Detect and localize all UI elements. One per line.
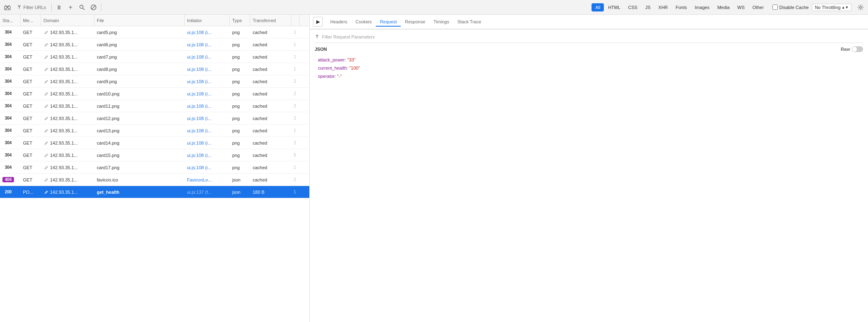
cell-method: GET [21,88,41,100]
sep2 [101,3,101,11]
search-button[interactable] [77,2,87,12]
cell-transferred: cached [250,63,291,75]
cell-extra: 1 [291,39,299,50]
cell-type: png [230,149,250,161]
play-button[interactable]: ▶ [313,17,323,27]
filter-url-input[interactable]: Filter URLs [14,4,49,11]
table-row[interactable]: 304 GET 142.93.35.1... card9.png ui.js:1… [0,75,309,88]
filter-js[interactable]: JS [642,3,654,11]
cell-domain: 142.93.35.1... [41,100,94,112]
table-row[interactable]: 304 GET 142.93.35.1... card5.png ui.js:1… [0,26,309,39]
cell-transferred: cached [250,75,291,87]
table-row[interactable]: 200 PO... 142.93.35.1... get_health ui.j… [0,186,309,198]
filter-ws[interactable]: WS [734,3,749,11]
cell-method: GET [21,161,41,173]
table-row[interactable]: 304 GET 142.93.35.1... card17.png ui.js:… [0,161,309,174]
tab-request[interactable]: Request [376,18,401,27]
cell-initiator: ui.js:108 (i... [185,63,230,75]
table-row[interactable]: 404 GET 142.93.35.1... favicon.ico Favic… [0,174,309,186]
filter-params-label: Filter Request Parameters [322,34,375,39]
cell-initiator: ui.js:137 (f... [185,186,230,198]
cell-method: GET [21,137,41,149]
table-row[interactable]: 304 GET 142.93.35.1... card8.png ui.js:1… [0,63,309,75]
svg-point-1 [80,5,83,8]
col-header-file[interactable]: File [94,15,185,26]
table-row[interactable]: 304 GET 142.93.35.1... card7.png ui.js:1… [0,51,309,63]
table-row[interactable]: 304 GET 142.93.35.1... card13.png ui.js:… [0,125,309,137]
filter-media[interactable]: Media [714,3,733,11]
tab-headers[interactable]: Headers [326,18,352,27]
cell-file: card7.png [94,51,185,63]
cell-domain: 142.93.35.1... [41,75,94,87]
pencil-icon [43,79,49,84]
raw-toggle[interactable]: Raw [841,46,863,52]
svg-line-2 [83,8,85,10]
col-header-method[interactable]: Me... [21,15,41,26]
filter-params[interactable]: Filter Request Parameters [315,33,863,43]
column-headers: Sta... Me... Domain File Initiator Type … [0,15,309,26]
pencil-icon [43,42,49,48]
table-row[interactable]: 304 GET 142.93.35.1... card11.png ui.js:… [0,100,309,112]
cell-domain: 142.93.35.1... [41,39,94,50]
cell-method: GET [21,63,41,75]
status-badge: 304 [2,116,14,121]
status-badge: 200 [2,189,14,195]
table-row[interactable]: 304 GET 142.93.35.1... card14.png ui.js:… [0,137,309,149]
table-row[interactable]: 304 GET 142.93.35.1... card12.png ui.js:… [0,112,309,125]
throttle-chevron-icon: ▲▼ [841,5,849,9]
disable-cache-checkbox[interactable] [772,5,778,10]
detail-tabs: ▶ Headers Cookies Request Response Timin… [310,15,868,29]
cell-extra: 1 [291,186,299,198]
col-header-status[interactable]: Sta... [0,15,21,26]
table-row[interactable]: 304 GET 142.93.35.1... card6.png ui.js:1… [0,39,309,51]
filter-fonts[interactable]: Fonts [672,3,691,11]
cell-type: png [230,112,250,124]
cell-domain: 142.93.35.1... [41,149,94,161]
network-rows[interactable]: 304 GET 142.93.35.1... card5.png ui.js:1… [0,26,309,322]
cell-status: 304 [0,112,21,124]
cell-domain: 142.93.35.1... [41,186,94,198]
json-param-line: current_health: "100" [318,64,860,73]
detail-content: Filter Request Parameters JSON Raw attac… [310,29,868,322]
tab-stack-trace[interactable]: Stack Trace [453,18,485,27]
cell-file: card10.png [94,88,185,100]
cell-domain: 142.93.35.1... [41,137,94,149]
main-area: Sta... Me... Domain File Initiator Type … [0,15,868,322]
settings-button[interactable] [856,2,866,12]
filter-html[interactable]: HTML [604,3,624,11]
cell-method: GET [21,174,41,186]
json-key: operator [318,74,335,79]
cell-method: GET [21,100,41,112]
status-badge: 304 [2,79,14,84]
table-row[interactable]: 304 GET 142.93.35.1... card10.png ui.js:… [0,88,309,100]
cell-method: GET [21,149,41,161]
tab-timings[interactable]: Timings [429,18,453,27]
cell-transferred: cached [250,39,291,50]
raw-toggle-switch[interactable] [852,46,863,52]
cell-status: 304 [0,51,21,63]
tab-response[interactable]: Response [401,18,429,27]
status-badge: 304 [2,152,14,158]
col-header-type[interactable]: Type [230,15,250,26]
cell-extra: 2 [291,75,299,87]
disable-cache-label: Disable Cache [779,5,809,10]
disable-cache-toggle[interactable]: Disable Cache [772,5,809,10]
block-button[interactable] [89,2,98,12]
col-header-transferred[interactable]: Transferred [250,15,291,26]
filter-images[interactable]: Images [691,3,713,11]
cell-transferred: cached [250,26,291,38]
tab-cookies[interactable]: Cookies [352,18,376,27]
pause-button[interactable]: ⏸ [54,2,64,12]
filter-all[interactable]: All [592,3,604,11]
filter-css[interactable]: CSS [624,3,641,11]
filter-xhr[interactable]: XHR [655,3,672,11]
col-header-domain[interactable]: Domain [41,15,94,26]
clear-button[interactable] [2,2,12,12]
status-badge: 304 [2,66,14,72]
pencil-icon [43,128,49,134]
throttle-select[interactable]: No Throttling ▲▼ [812,4,852,11]
filter-other[interactable]: Other [749,3,767,11]
add-button[interactable]: + [66,2,75,12]
table-row[interactable]: 304 GET 142.93.35.1... card15.png ui.js:… [0,149,309,161]
col-header-initiator[interactable]: Initiator [185,15,230,26]
